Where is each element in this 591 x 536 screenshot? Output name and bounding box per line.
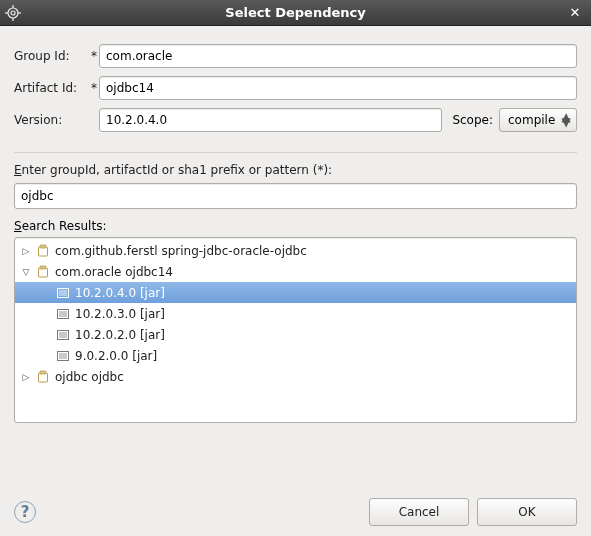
scope-value: compile — [508, 113, 560, 127]
expand-toggle-icon[interactable]: ▷ — [19, 372, 33, 382]
svg-rect-27 — [40, 371, 46, 374]
version-row: Version: Scope: compile ▲▼ — [14, 108, 577, 132]
tree-group-row[interactable]: ▷com.github.ferstl spring-jdbc-oracle-oj… — [15, 240, 576, 261]
group-id-label: Group Id: — [14, 49, 89, 63]
required-mark: * — [89, 49, 99, 63]
tree-version-row[interactable]: 10.2.0.2.0 [jar] — [15, 324, 576, 345]
tree-version-label: 9.0.2.0.0 [jar] — [75, 349, 157, 363]
version-icon — [55, 306, 71, 322]
button-bar: Cancel OK — [369, 498, 577, 526]
scope-label: Scope: — [452, 113, 493, 127]
expand-toggle-icon[interactable]: ▷ — [19, 246, 33, 256]
app-icon — [4, 4, 22, 22]
artifact-id-input[interactable] — [99, 76, 577, 100]
jar-icon — [35, 243, 51, 259]
cancel-button[interactable]: Cancel — [369, 498, 469, 526]
jar-icon — [35, 264, 51, 280]
tree-version-label: 10.2.0.3.0 [jar] — [75, 307, 165, 321]
version-icon — [55, 348, 71, 364]
separator — [14, 152, 577, 153]
tree-version-label: 10.2.0.4.0 [jar] — [75, 286, 165, 300]
tree-version-row[interactable]: 10.2.0.3.0 [jar] — [15, 303, 576, 324]
scope-select[interactable]: compile ▲▼ — [499, 108, 577, 132]
version-input[interactable] — [99, 108, 442, 132]
window-title: Select Dependency — [0, 5, 591, 20]
search-results-label: Search Results: — [14, 219, 577, 233]
tree-group-label: ojdbc ojdbc — [55, 370, 124, 384]
artifact-id-label: Artifact Id: — [14, 81, 89, 95]
expand-toggle-icon[interactable]: ▽ — [19, 267, 33, 277]
svg-rect-7 — [40, 245, 46, 248]
svg-rect-9 — [40, 266, 46, 269]
search-input[interactable] — [14, 183, 577, 209]
version-icon — [55, 327, 71, 343]
close-icon[interactable]: ✕ — [567, 5, 583, 21]
version-label: Version: — [14, 113, 89, 127]
search-hint: Enter groupId, artifactId or sha1 prefix… — [14, 163, 577, 177]
tree-group-label: com.oracle ojdbc14 — [55, 265, 173, 279]
artifact-id-row: Artifact Id: * — [14, 76, 577, 100]
tree-group-row[interactable]: ▽com.oracle ojdbc14 — [15, 261, 576, 282]
title-bar: Select Dependency ✕ — [0, 0, 591, 26]
help-icon[interactable]: ? — [14, 501, 36, 523]
version-icon — [55, 285, 71, 301]
svg-point-0 — [8, 8, 18, 18]
dialog-content: Group Id: * Artifact Id: * Version: Scop… — [0, 26, 591, 536]
dialog-footer: ? Cancel OK — [14, 486, 577, 526]
svg-point-1 — [11, 11, 15, 15]
jar-icon — [35, 369, 51, 385]
ok-button[interactable]: OK — [477, 498, 577, 526]
stepper-icon: ▲▼ — [560, 115, 572, 125]
tree-version-row[interactable]: 9.0.2.0.0 [jar] — [15, 345, 576, 366]
tree-version-label: 10.2.0.2.0 [jar] — [75, 328, 165, 342]
tree-group-label: com.github.ferstl spring-jdbc-oracle-ojd… — [55, 244, 307, 258]
required-mark: * — [89, 81, 99, 95]
group-id-row: Group Id: * — [14, 44, 577, 68]
group-id-input[interactable] — [99, 44, 577, 68]
tree-group-row[interactable]: ▷ojdbc ojdbc — [15, 366, 576, 387]
tree-version-row[interactable]: 10.2.0.4.0 [jar] — [15, 282, 576, 303]
search-results-tree[interactable]: ▷com.github.ferstl spring-jdbc-oracle-oj… — [14, 237, 577, 423]
